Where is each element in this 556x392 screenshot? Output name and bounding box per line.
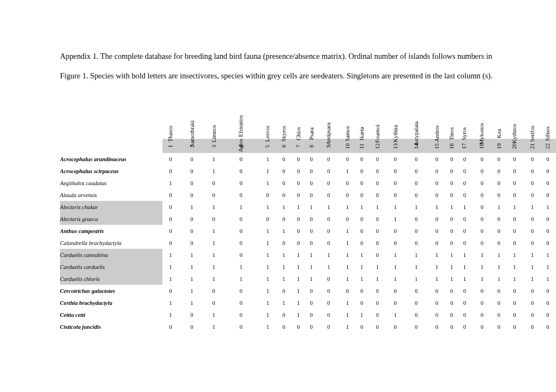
presence-cell: 0 (540, 213, 555, 225)
presence-cell: 1 (540, 201, 555, 213)
presence-cell: 0 (179, 177, 205, 189)
presence-cell: 1 (355, 309, 368, 321)
presence-cell: 1 (540, 249, 555, 261)
presence-cell: 0 (292, 321, 305, 333)
island-header: Kea (493, 101, 505, 139)
presence-cell: 0 (276, 189, 292, 201)
presence-cell: 1 (292, 309, 305, 321)
presence-cell: 0 (222, 213, 259, 225)
island-number: 7 (292, 139, 305, 153)
island-name-row: ThasosSamothrakiLimnosAgios EfstratiosLe… (60, 101, 556, 139)
presence-cell: 1 (205, 309, 222, 321)
species-name: Cisticola juncidis (60, 321, 162, 333)
island-header: Chios (292, 101, 305, 139)
presence-cell: 0 (317, 189, 340, 201)
presence-cell: 0 (259, 213, 276, 225)
corner-spacer (60, 139, 162, 153)
presence-cell: 1 (355, 273, 368, 285)
presence-cell: 0 (458, 309, 471, 321)
island-name: Tinos (449, 127, 455, 140)
presence-cell: 0 (276, 165, 292, 177)
presence-cell: 0 (179, 165, 205, 177)
presence-cell: 1 (386, 261, 404, 273)
presence-cell: 0 (276, 321, 292, 333)
presence-cell: 0 (259, 189, 276, 201)
island-number: 2 (179, 139, 205, 153)
presence-cell: 1 (340, 297, 355, 309)
presence-cell: 0 (445, 213, 458, 225)
island-number: 11 (355, 139, 368, 153)
presence-cell: 0 (276, 237, 292, 249)
presence-cell: 1 (404, 273, 428, 285)
island-name: Syros (462, 127, 468, 140)
presence-cell: 0 (540, 165, 555, 177)
presence-cell: 1 (355, 261, 368, 273)
presence-cell: 0 (292, 189, 305, 201)
presence-cell: 0 (404, 237, 428, 249)
presence-cell: 0 (292, 153, 305, 165)
presence-cell: 0 (340, 285, 355, 297)
presence-cell: 0 (445, 309, 458, 321)
presence-cell: 1 (386, 249, 404, 261)
presence-cell: 0 (471, 165, 493, 177)
presence-cell: 1 (259, 321, 276, 333)
presence-cell: 0 (222, 189, 259, 201)
presence-cell: 0 (493, 309, 505, 321)
presence-cell: 1 (458, 273, 471, 285)
island-header: Limnos (205, 101, 222, 139)
presence-cell: 0 (368, 177, 386, 189)
presence-cell: 0 (493, 165, 505, 177)
presence-cell: 0 (524, 321, 541, 333)
presence-cell: 1 (276, 273, 292, 285)
presence-cell: 1 (540, 261, 555, 273)
presence-cell: 1 (404, 261, 428, 273)
presence-cell: 0 (305, 321, 318, 333)
presence-cell: 0 (404, 297, 428, 309)
presence-cell: 1 (317, 249, 340, 261)
island-number: 21 (524, 139, 541, 153)
presence-cell: 0 (205, 189, 222, 201)
presence-cell: 0 (355, 189, 368, 201)
presence-cell: 0 (317, 309, 340, 321)
presence-cell: 0 (355, 285, 368, 297)
presence-cell: 1 (428, 249, 445, 261)
presence-cell: 0 (493, 177, 505, 189)
presence-cell: 0 (340, 177, 355, 189)
presence-cell: 1 (493, 273, 505, 285)
presence-cell: 0 (540, 177, 555, 189)
presence-cell: 0 (292, 237, 305, 249)
presence-cell: 0 (471, 225, 493, 237)
presence-cell: 1 (162, 297, 179, 309)
presence-cell: 0 (505, 225, 524, 237)
presence-cell: 0 (368, 285, 386, 297)
presence-cell: 0 (471, 201, 493, 213)
presence-cell: 0 (505, 177, 524, 189)
presence-cell: 0 (292, 213, 305, 225)
presence-cell: 1 (205, 225, 222, 237)
presence-cell: 0 (340, 213, 355, 225)
species-name: Cettia cetti (60, 309, 162, 321)
species-name: Aegithalos caudatus (60, 177, 162, 189)
presence-cell: 0 (404, 225, 428, 237)
presence-cell: 0 (404, 321, 428, 333)
table-row: Alectoris graeca000000000000100000000000… (60, 213, 556, 225)
presence-cell: 0 (162, 213, 179, 225)
island-number: 16 (445, 139, 458, 153)
species-name: Carduelis carduelis (60, 261, 162, 273)
presence-cell: 0 (524, 297, 541, 309)
table-row: Certhia brachydactyla1100111001000000000… (60, 297, 556, 309)
presence-cell: 1 (179, 249, 205, 261)
presence-cell: 0 (276, 213, 292, 225)
presence-cell: 0 (458, 153, 471, 165)
presence-cell: 0 (505, 213, 524, 225)
presence-cell: 0 (505, 309, 524, 321)
presence-cell: 1 (340, 201, 355, 213)
caption-line-1: Appendix 1. The complete database for br… (60, 52, 492, 60)
island-number: 17 (458, 139, 471, 153)
island-number: 22 (540, 139, 555, 153)
presence-cell: 1 (368, 273, 386, 285)
presence-cell: 0 (493, 213, 505, 225)
presence-cell: 0 (317, 237, 340, 249)
presence-cell: 0 (355, 225, 368, 237)
presence-cell: 1 (259, 177, 276, 189)
